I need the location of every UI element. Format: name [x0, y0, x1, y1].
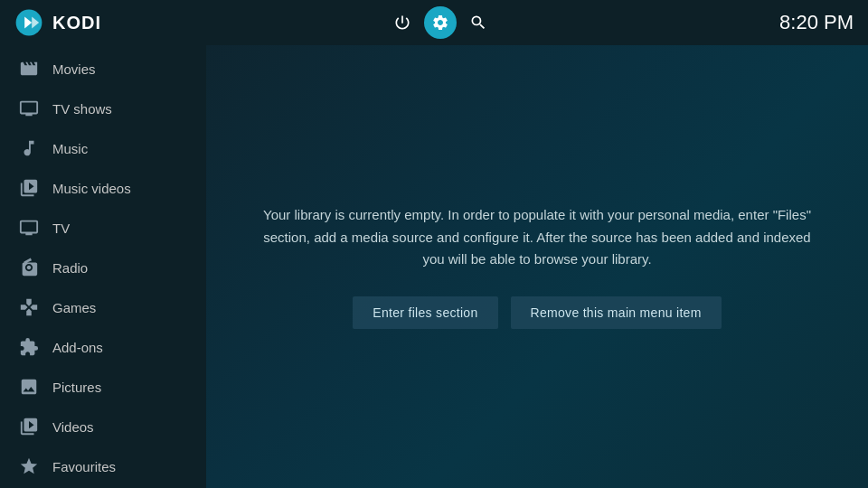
sidebar-item-music-videos[interactable]: Music videos: [0, 168, 206, 208]
main-layout: Movies TV shows Music Music videos TV: [0, 45, 868, 488]
sidebar-item-pictures[interactable]: Pictures: [0, 367, 206, 407]
sidebar-item-favourites[interactable]: Favourites: [0, 446, 206, 486]
sidebar-item-pictures-label: Pictures: [52, 380, 101, 395]
sidebar-item-movies[interactable]: Movies: [0, 49, 206, 89]
tv-icon: [18, 217, 40, 239]
kodi-logo-icon: [14, 8, 43, 37]
sidebar-item-favourites-label: Favourites: [52, 459, 116, 474]
power-icon: [393, 14, 411, 32]
settings-icon: [431, 14, 449, 32]
sidebar-item-music-label: Music: [52, 141, 88, 156]
content-area: Your library is currently empty. In orde…: [206, 45, 868, 488]
sidebar-item-music[interactable]: Music: [0, 128, 206, 168]
radio-icon: [18, 257, 40, 278]
sidebar-item-add-ons[interactable]: Add-ons: [0, 327, 206, 367]
power-icon-button[interactable]: [386, 6, 419, 39]
sidebar-item-games[interactable]: Games: [0, 287, 206, 327]
music-videos-icon: [18, 177, 40, 199]
topbar-left: KODI: [14, 8, 101, 37]
sidebar-item-tv-shows-label: TV shows: [52, 101, 112, 117]
add-ons-icon: [18, 336, 40, 358]
settings-icon-button[interactable]: [424, 6, 457, 39]
sidebar-item-tv[interactable]: TV: [0, 208, 206, 248]
remove-menu-item-button[interactable]: Remove this main menu item: [511, 296, 722, 329]
empty-library-box: Your library is currently empty. In orde…: [257, 204, 817, 329]
topbar-icons: [386, 6, 495, 39]
search-icon: [469, 14, 487, 32]
enter-files-section-button[interactable]: Enter files section: [353, 296, 497, 329]
sidebar: Movies TV shows Music Music videos TV: [0, 45, 206, 488]
sidebar-item-music-videos-label: Music videos: [52, 181, 131, 196]
music-icon: [18, 137, 40, 159]
clock: 8:20 PM: [779, 11, 854, 34]
empty-library-message: Your library is currently empty. In orde…: [257, 204, 817, 271]
search-icon-button[interactable]: [462, 6, 495, 39]
sidebar-item-radio-label: Radio: [52, 260, 88, 276]
sidebar-item-tv-shows[interactable]: TV shows: [0, 89, 206, 128]
games-icon: [18, 296, 40, 318]
sidebar-item-tv-label: TV: [52, 221, 70, 236]
movies-icon: [18, 58, 40, 80]
sidebar-item-movies-label: Movies: [52, 61, 96, 77]
topbar: KODI 8:20 PM: [0, 0, 868, 45]
app-title: KODI: [52, 13, 101, 33]
sidebar-item-videos[interactable]: Videos: [0, 407, 206, 446]
tv-shows-icon: [18, 98, 40, 119]
sidebar-item-add-ons-label: Add-ons: [52, 340, 103, 355]
sidebar-item-games-label: Games: [52, 300, 96, 315]
sidebar-item-radio[interactable]: Radio: [0, 248, 206, 287]
pictures-icon: [18, 376, 40, 398]
favourites-icon: [18, 455, 40, 477]
sidebar-item-videos-label: Videos: [52, 419, 94, 435]
videos-icon: [18, 416, 40, 437]
empty-library-buttons: Enter files section Remove this main men…: [257, 296, 817, 329]
